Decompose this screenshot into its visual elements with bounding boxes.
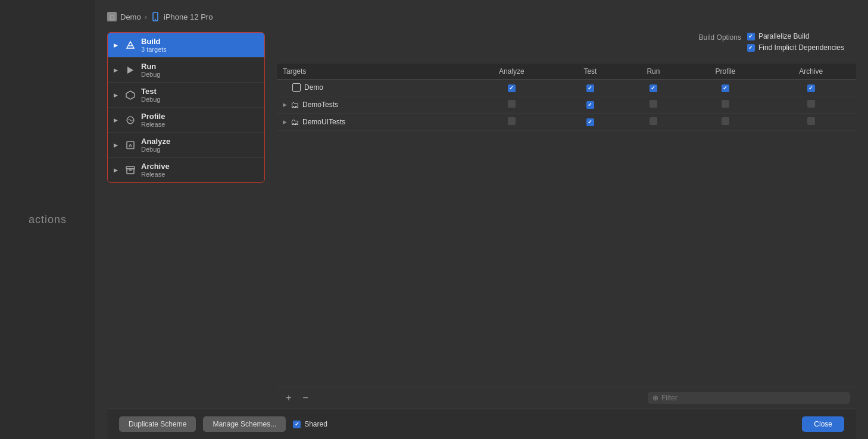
parallelize-label: Parallelize Build [758,32,809,40]
build-chevron: ▶ [114,42,120,48]
demotests-name: DemoTests [302,101,338,109]
filter-input-wrap: ⊕ [648,392,850,404]
breadcrumb-project: Demo [120,12,141,21]
build-options-label: Build Options [699,32,741,42]
analyze-chevron: ▶ [114,142,120,148]
demouitests-archive-check[interactable] [807,117,815,125]
filter-area: ⊕ [316,392,850,404]
demo-run-cell [622,80,685,96]
main-content: ◻ Demo › iPhone 12 Pro ▶ [95,0,868,439]
demotests-analyze-cell [464,96,558,113]
demouitests-profile-check[interactable] [722,117,729,125]
parallelize-checkbox[interactable] [747,33,755,40]
demo-analyze-cell [464,80,558,96]
breadcrumb: ◻ Demo › iPhone 12 Pro [107,12,856,21]
archive-sub: Release [141,171,170,178]
content-area: ▶ Build 3 targets ▶ [107,32,856,409]
demo-archive-check[interactable] [807,84,815,92]
run-chevron: ▶ [114,67,120,73]
run-name: Run [141,62,160,71]
profile-sub: Release [141,121,165,128]
add-target-button[interactable]: + [283,392,295,404]
close-button[interactable]: Close [802,416,844,432]
scheme-item-test[interactable]: ▶ Test Debug [108,83,264,108]
test-sub: Debug [141,96,160,103]
bottom-bar: Duplicate Scheme Manage Schemes... Share… [107,409,856,439]
col-run: Run [622,64,685,80]
demouitests-run-check[interactable] [650,117,657,125]
test-name: Test [141,87,160,96]
demo-test-cell [558,80,622,96]
demouitests-profile-cell [685,113,766,130]
archive-chevron: ▶ [114,167,120,173]
demotests-icon: 🗂 [291,100,299,109]
duplicate-scheme-button[interactable]: Duplicate Scheme [119,416,196,432]
demo-profile-cell [685,80,766,96]
col-profile: Profile [685,64,766,80]
analyze-icon: A [124,139,136,151]
manage-schemes-button[interactable]: Manage Schemes... [203,416,286,432]
test-text: Test Debug [141,87,160,103]
demouitests-chevron: ▶ [283,119,287,125]
col-targets: Targets [277,64,464,80]
demo-run-check[interactable] [650,84,657,92]
table-row: ▶ 🗂 DemoUITests [277,113,856,130]
demo-target-icon [292,83,301,92]
run-text: Run Debug [141,62,160,78]
col-archive: Archive [766,64,856,80]
filter-input[interactable] [661,394,845,402]
shared-check-row: Shared [293,420,327,428]
sidebar: actions [0,0,95,439]
remove-target-button[interactable]: − [299,392,311,404]
demouitests-test-check[interactable] [586,118,594,126]
col-test: Test [558,64,622,80]
demouitests-name: DemoUITests [302,118,345,126]
breadcrumb-device: iPhone 12 Pro [164,12,213,21]
device-icon [151,12,160,21]
target-name-cell-demo: Demo [277,80,464,96]
table-row: ▶ 🗂 DemoTests [277,96,856,113]
breadcrumb-separator: › [145,12,147,21]
demouitests-archive-cell [766,113,856,130]
build-sub: 3 targets [141,46,167,53]
sidebar-label: actions [29,214,67,226]
build-panel: Build Options Parallelize Build Find Imp… [265,32,856,409]
demo-analyze-check[interactable] [508,84,516,92]
scheme-item-profile[interactable]: ▶ Profile Release [108,108,264,133]
demotests-test-check[interactable] [586,101,594,109]
demotests-test-cell [558,96,622,113]
demotests-analyze-check[interactable] [508,100,516,108]
demotests-archive-cell [766,96,856,113]
targets-table-area: Targets Analyze Test Run Profile Archive [277,64,856,409]
archive-name: Archive [141,162,170,171]
scheme-item-run[interactable]: ▶ Run Debug [108,58,264,83]
analyze-text: Analyze Debug [141,137,170,153]
build-name: Build [141,37,167,46]
shared-checkbox[interactable] [293,421,301,428]
analyze-name: Analyze [141,137,170,146]
implicit-label: Find Implicit Dependencies [758,43,844,52]
scheme-item-archive[interactable]: ▶ Archive Release [108,158,264,182]
demouitests-icon: 🗂 [291,117,299,127]
table-scroll[interactable]: Targets Analyze Test Run Profile Archive [277,64,856,387]
demo-profile-check[interactable] [722,84,729,92]
build-icon [124,39,136,51]
scheme-item-build[interactable]: ▶ Build 3 targets [108,33,264,58]
demo-test-check[interactable] [586,84,594,92]
target-name-cell-demotests: ▶ 🗂 DemoTests [277,96,464,113]
profile-chevron: ▶ [114,117,120,123]
profile-icon [124,114,136,126]
implicit-checkbox[interactable] [747,44,755,52]
targets-table: Targets Analyze Test Run Profile Archive [277,64,856,131]
project-icon: ◻ [107,12,117,21]
scheme-item-analyze[interactable]: ▶ A Analyze Debug [108,133,264,158]
demotests-archive-check[interactable] [807,100,815,108]
demouitests-analyze-check[interactable] [508,117,516,125]
build-text: Build 3 targets [141,37,167,53]
run-sub: Debug [141,71,160,78]
archive-text: Archive Release [141,162,170,178]
svg-rect-7 [126,167,135,169]
demotests-profile-check[interactable] [722,100,729,108]
svg-marker-3 [126,91,135,99]
demotests-run-check[interactable] [650,100,657,108]
